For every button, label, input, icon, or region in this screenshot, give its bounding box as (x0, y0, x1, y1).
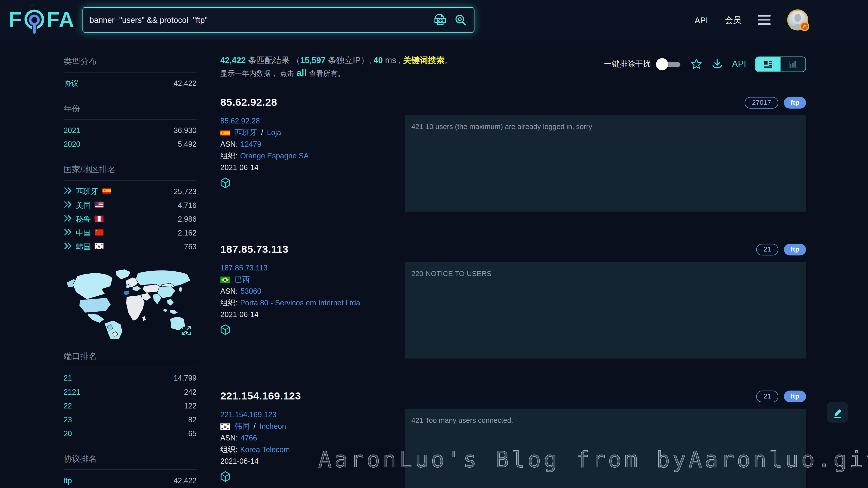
search-submit-icon[interactable] (454, 13, 467, 26)
host-cube-icon[interactable] (220, 177, 230, 189)
list-item: 20 65 (64, 427, 196, 440)
sidebar-section-type: 类型分布 协议 42,422 (64, 57, 196, 90)
flag-spain-icon (220, 129, 230, 136)
filter-year-2021[interactable]: 2021 (64, 126, 81, 135)
result-card: 221.154.169.123 21 ftp 221.154.169.123 韩… (220, 389, 806, 488)
double-chevron-icon (64, 242, 72, 252)
filter-port-22[interactable]: 22 (64, 402, 72, 410)
asn-link[interactable]: 53060 (241, 287, 261, 295)
list-item: 2121 242 (64, 385, 196, 399)
filter-year-2020[interactable]: 2020 (64, 140, 81, 148)
list-view-button[interactable] (755, 57, 780, 71)
asn-link[interactable]: 12479 (241, 140, 261, 148)
filter-port-20[interactable]: 20 (64, 429, 72, 437)
port-tag[interactable]: 21 (756, 243, 778, 255)
list-item: 韩国 763 (64, 240, 196, 254)
filter-count: 36,930 (174, 126, 196, 135)
slash: / (261, 128, 263, 137)
result-title-ip: 187.85.73.113 (220, 243, 288, 255)
filter-count: 2,162 (178, 229, 196, 237)
port-tag[interactable]: 27017 (745, 97, 778, 108)
filter-count: 242 (184, 388, 196, 396)
ip-link[interactable]: 187.85.73.113 (220, 264, 268, 272)
country-link[interactable]: 韩国 (235, 421, 250, 431)
country-link[interactable]: 西班牙 (235, 128, 257, 138)
fofa-logo[interactable]: F FA (9, 7, 74, 33)
results-area: 42,422 条匹配结果 （15,597 条独立IP）, 40 ms , 关键词… (220, 55, 806, 488)
query-time: 40 (374, 55, 383, 65)
filter-port-2121[interactable]: 2121 (64, 388, 81, 396)
filter-country-usa[interactable]: 美国 (76, 200, 91, 210)
slash: / (253, 422, 256, 431)
protocol-tag[interactable]: ftp (784, 243, 806, 255)
filter-country-korea[interactable]: 韩国 (76, 242, 91, 252)
filter-country-peru[interactable]: 秘鲁 (76, 214, 91, 224)
stats-sidebar: 类型分布 协议 42,422 年份 2021 36,930 2020 5,492… (64, 57, 196, 488)
favicon-search-icon[interactable]: ICO (434, 13, 447, 27)
filter-count: 42,422 (174, 477, 196, 485)
section-title-port: 端口排名 (64, 351, 196, 362)
result-details: 85.62.92.28 西班牙 / Loja ASN:12479 组织:Oran… (220, 115, 405, 212)
org-link[interactable]: Korea Telecom (240, 446, 290, 454)
result-details: 187.85.73.113 巴西 ASN:53060 组织:Porta 80 -… (220, 262, 405, 359)
map-fullscreen-icon[interactable] (181, 325, 191, 338)
host-cube-icon[interactable] (220, 471, 230, 482)
ip-link[interactable]: 85.62.92.28 (220, 117, 260, 125)
star-favorite-icon[interactable] (690, 58, 703, 70)
filter-count: 122 (184, 402, 196, 410)
org-link[interactable]: Orange Espagne SA (240, 152, 309, 160)
exclude-noise-toggle[interactable] (656, 58, 682, 70)
banner-text: 421 10 users (the maximum) are already l… (411, 122, 799, 131)
country-link[interactable]: 巴西 (235, 275, 250, 285)
filter-port-23[interactable]: 23 (64, 415, 72, 424)
exclude-noise-label: 一键排除干扰 (604, 59, 651, 69)
list-item: 美国 4,716 (64, 198, 196, 212)
flag-brazil-icon (220, 276, 230, 283)
filter-count: 2,986 (178, 215, 196, 223)
search-bar: ICO (83, 7, 474, 33)
filter-protocol-ftp[interactable]: ftp (64, 477, 72, 485)
download-icon[interactable] (711, 58, 723, 70)
protocol-tag[interactable]: ftp (784, 97, 806, 108)
protocol-tag[interactable]: ftp (784, 390, 806, 402)
list-item: 23 82 (64, 413, 196, 427)
filter-country-spain[interactable]: 西班牙 (76, 186, 98, 197)
filter-country-china[interactable]: 中国 (76, 228, 91, 238)
filter-count: 82 (188, 415, 196, 424)
list-item: 中国 2,162 (64, 226, 196, 240)
filter-protocol[interactable]: 协议 (64, 78, 79, 88)
chart-view-button[interactable] (780, 57, 805, 71)
city-link[interactable]: Incheon (259, 422, 286, 431)
host-cube-icon[interactable] (220, 324, 230, 335)
menu-hamburger-icon[interactable] (758, 15, 771, 25)
all-link[interactable]: all (297, 68, 307, 78)
divider (64, 119, 196, 120)
flag-peru-icon (95, 215, 104, 223)
filter-port-21[interactable]: 21 (64, 374, 72, 382)
keyword-search-link[interactable]: 关键词搜索 (403, 55, 445, 65)
nav-vip-link[interactable]: 会员 (724, 15, 741, 25)
logo-text-fa: FA (46, 7, 74, 32)
fofa-search-page: F FA ICO (0, 0, 868, 488)
banner-panel: 421 Too many users connected. (405, 409, 806, 488)
sidebar-section-country: 国家/地区排名 西班牙 25,723 美国 4,716 (64, 165, 196, 254)
results-summary: 42,422 条匹配结果 （15,597 条独立IP）, 40 ms , 关键词… (220, 55, 453, 81)
top-header: F FA ICO (0, 0, 868, 40)
sidebar-section-year: 年份 2021 36,930 2020 5,492 (64, 104, 196, 151)
double-chevron-icon (64, 187, 72, 196)
ip-link[interactable]: 221.154.169.123 (220, 411, 277, 419)
result-card: 85.62.92.28 27017 ftp 85.62.92.28 西班牙 / … (220, 95, 806, 212)
asn-link[interactable]: 4766 (241, 434, 257, 442)
edit-pencil-button[interactable] (827, 402, 848, 423)
nav-api-link[interactable]: API (695, 15, 708, 25)
search-input[interactable] (90, 16, 434, 25)
org-label: 组织: (220, 444, 237, 455)
user-avatar[interactable]: F (787, 9, 808, 31)
banner-panel: 220-NOTICE TO USERS (405, 262, 806, 359)
port-tag[interactable]: 21 (756, 390, 778, 402)
org-link[interactable]: Porta 80 - Servicos em Internet Ltda (240, 298, 360, 307)
api-export-link[interactable]: API (732, 59, 746, 69)
result-card: 187.85.73.113 21 ftp 187.85.73.113 巴西 AS… (220, 242, 806, 358)
section-title-country: 国家/地区排名 (64, 165, 196, 175)
city-link[interactable]: Loja (267, 128, 281, 137)
